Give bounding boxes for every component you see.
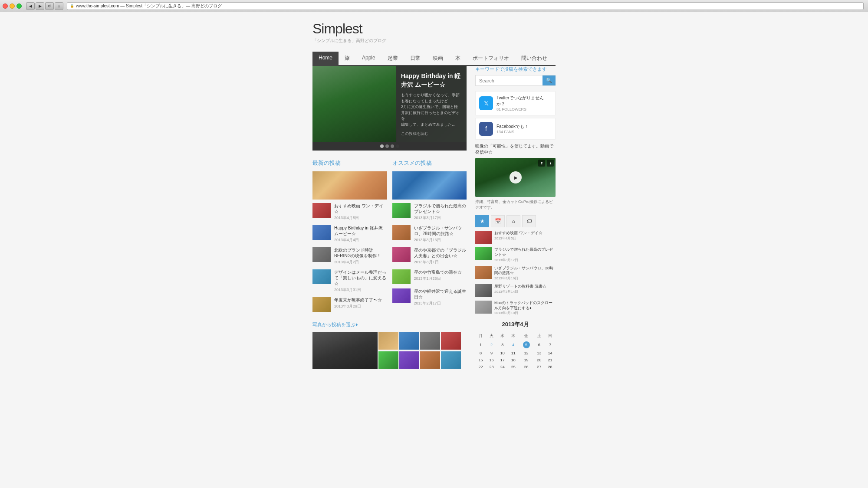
- side-post-title[interactable]: Macのトラックパッドのスクロール方向を下逆にする♦: [494, 301, 556, 311]
- post-info: デザインはメール整理だって「楽しいもの」に変える☆ 2013年3月31日: [334, 269, 387, 293]
- post-title[interactable]: Happy Birthday in 軽井沢ムービー☆: [334, 225, 387, 236]
- photo-thumb[interactable]: [420, 351, 440, 369]
- url-text: www.the-simplest.com — Simplest「シンプルに生きる…: [76, 3, 222, 9]
- cal-day: 22: [475, 364, 486, 370]
- browser-toolbar[interactable]: ◀ ▶ ↺ ⌂ 🔒 www.the-simplest.com — Simples…: [0, 0, 868, 12]
- recommended-posts-col: オススメの投稿 ブラジルで贈られた最高のプレゼント☆ 2013年3月17日: [392, 157, 467, 316]
- list-item: 北欧のブランド時計 BERINGの映像を制作！ 2013年4月2日: [312, 247, 387, 265]
- nav-travel[interactable]: 旅: [339, 52, 356, 65]
- cal-day[interactable]: 2: [486, 340, 497, 350]
- post-title[interactable]: ブラジルで贈られた最高のプレゼント☆: [414, 203, 467, 214]
- nav-books[interactable]: 本: [449, 52, 467, 65]
- post-date: 2013年3月29日: [334, 304, 387, 309]
- latest-featured-image[interactable]: [312, 171, 387, 200]
- slider-more-link[interactable]: この投稿を読む: [401, 131, 461, 137]
- side-post-date: 2013年3月14日: [494, 289, 546, 294]
- search-label: キーワードで投稿を検索できます: [475, 66, 556, 72]
- post-date: 2013年4月2日: [334, 259, 387, 265]
- photo-thumb[interactable]: [441, 332, 461, 350]
- latest-section-title: 最新の投稿: [312, 159, 387, 167]
- cal-day: 14: [545, 350, 556, 357]
- post-title[interactable]: 年度末が無事終了了〜☆: [334, 297, 387, 303]
- photo-thumb[interactable]: [378, 351, 398, 369]
- search-input[interactable]: [476, 75, 542, 85]
- post-title[interactable]: 星のや竹富島での滞在☆: [414, 269, 467, 275]
- photo-thumb[interactable]: [399, 332, 419, 350]
- side-post-title[interactable]: 星野リゾートの教科書 読書☆: [494, 284, 546, 289]
- cal-weekday-sat: 土: [534, 332, 545, 340]
- side-post-title[interactable]: ブラジルで贈られた最高のプレゼント☆: [494, 247, 556, 257]
- info-button[interactable]: ℹ: [547, 160, 554, 167]
- cal-day: 21: [545, 357, 556, 364]
- photo-thumb[interactable]: [399, 351, 419, 369]
- post-title[interactable]: おすすめ映画 ワン・デイ☆: [334, 203, 387, 214]
- nav-daily[interactable]: 日常: [404, 52, 427, 65]
- photo-thumb[interactable]: [378, 332, 398, 350]
- post-info: おすすめ映画 ワン・デイ☆ 2013年4月5日: [334, 203, 387, 221]
- cal-week-1: 1 2 3 4 5 6 7: [475, 340, 556, 350]
- photo-large-thumb[interactable]: [312, 332, 378, 369]
- nav-apple[interactable]: Apple: [356, 52, 381, 65]
- search-button[interactable]: 🔍: [542, 75, 556, 85]
- post-info: 年度末が無事終了了〜☆ 2013年3月29日: [334, 297, 387, 309]
- tab-calendar[interactable]: 📅: [491, 215, 505, 227]
- video-player[interactable]: ⬆ ℹ: [475, 158, 556, 197]
- nav-contact[interactable]: 問い合わせ: [515, 52, 553, 65]
- posts-two-col: 最新の投稿 おすすめ映画 ワン・デイ☆ 2013年4月5日: [312, 157, 467, 316]
- post-title[interactable]: 星のや京都での「ブラジル人夫妻」との出会い☆: [414, 247, 467, 259]
- calendar-title: 2013年4月: [475, 321, 556, 328]
- refresh-button[interactable]: ↺: [45, 2, 54, 10]
- cal-day: 8: [475, 350, 486, 357]
- close-button[interactable]: [3, 3, 8, 9]
- nav-home[interactable]: Home: [312, 52, 339, 65]
- cal-day: 17: [497, 357, 508, 364]
- back-button[interactable]: ◀: [26, 2, 35, 10]
- tab-tag[interactable]: 🏷: [522, 215, 536, 227]
- recommended-featured-image[interactable]: [392, 171, 467, 200]
- post-thumbnail: [392, 269, 411, 284]
- list-item: 星野リゾートの教科書 読書☆ 2013年3月14日: [475, 284, 556, 297]
- post-title[interactable]: いざブラジル・サンパウロ、28時間の旅路☆: [414, 225, 467, 236]
- nav-portfolio[interactable]: ポートフォリオ: [467, 52, 515, 65]
- side-post-title[interactable]: おすすめ映画 ワン・デイ☆: [494, 231, 542, 236]
- list-item: ブラジルで贈られた最高のプレゼント☆ 2013年3月17日: [475, 247, 556, 262]
- tab-home[interactable]: ⌂: [506, 215, 520, 227]
- slider-title: Happy Birthday in 軽井沢 ムービー☆: [401, 72, 461, 89]
- page-background: Simplest 「シンプルに生きる」高野どのブログ Home 旅 Apple …: [0, 12, 868, 488]
- video-play-button[interactable]: [510, 171, 522, 183]
- photo-thumb[interactable]: [441, 351, 461, 369]
- post-info: 星のや竹富島での滞在☆ 2013年1月25日: [414, 269, 467, 282]
- post-thumbnail: [392, 247, 411, 262]
- maximize-button[interactable]: [16, 3, 22, 9]
- slider-dot-2[interactable]: [385, 144, 389, 148]
- side-post-title[interactable]: いざブラジル・サンパウロ、28時間の旅路☆: [494, 266, 556, 276]
- facebook-box[interactable]: f Facebookでも！ 134 FANS: [475, 118, 556, 140]
- cal-week-3: 15 16 17 18 19 20 21: [475, 357, 556, 364]
- forward-button[interactable]: ▶: [36, 2, 44, 10]
- twitter-box[interactable]: 𝕏 Twitterでつながりませんか？ 81 FOLLOWERS: [475, 91, 556, 115]
- list-item: 星のや京都での「ブラジル人夫妻」との出会い☆ 2013年3月1日: [392, 247, 467, 265]
- photo-thumb[interactable]: [420, 332, 440, 350]
- tab-star[interactable]: ★: [475, 215, 489, 227]
- cal-day: 25: [508, 364, 519, 370]
- cal-day: 18: [508, 357, 519, 364]
- video-caption: 沖縄、竹富島、全カットGoPro撮影によるビデオです。: [475, 199, 556, 210]
- sidebar-tabs: ★ 📅 ⌂ 🏷: [475, 215, 556, 227]
- minimize-button[interactable]: [10, 3, 15, 9]
- post-title[interactable]: 星のや軽井沢で迎える誕生日☆: [414, 288, 467, 300]
- nav-startup[interactable]: 起業: [381, 52, 404, 65]
- nav-movies[interactable]: 映画: [427, 52, 449, 65]
- post-title[interactable]: 北欧のブランド時計 BERINGの映像を制作！: [334, 247, 387, 259]
- slider-dot-3[interactable]: [391, 144, 394, 148]
- site-tagline: 「シンプルに生きる」高野どのブログ: [312, 38, 556, 44]
- slider-dot-1[interactable]: [380, 144, 384, 148]
- share-button[interactable]: ⬆: [538, 160, 545, 167]
- photo-select-link[interactable]: 写真から投稿を選ぶ♦: [312, 321, 467, 328]
- cal-day[interactable]: 5: [519, 340, 533, 350]
- cal-day[interactable]: 4: [508, 340, 519, 350]
- address-bar[interactable]: 🔒 www.the-simplest.com — Simplest「シンプルに生…: [67, 2, 864, 10]
- post-title[interactable]: デザインはメール整理だって「楽しいもの」に変える☆: [334, 269, 387, 286]
- cal-day: 15: [475, 357, 486, 364]
- sidebar: キーワードで投稿を検索できます 🔍 𝕏 Twitterでつながりませんか？ 81…: [475, 66, 556, 370]
- home-button[interactable]: ⌂: [55, 2, 63, 10]
